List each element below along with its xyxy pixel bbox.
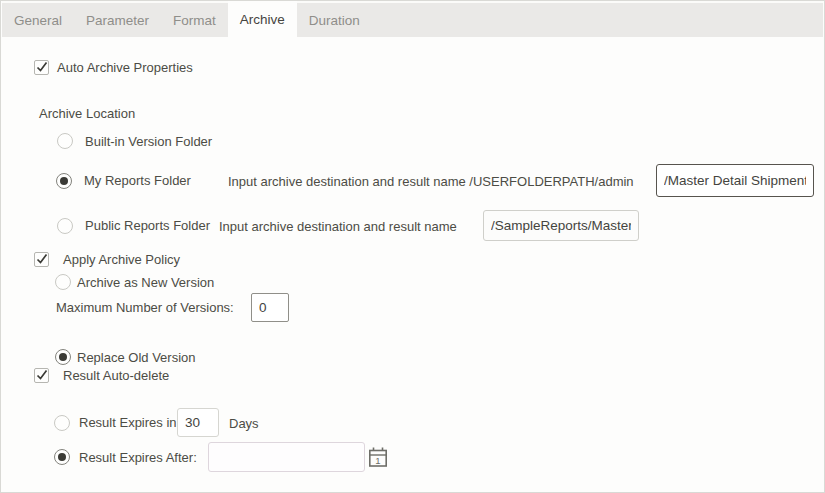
auto-archive-checkbox[interactable] [34,60,49,75]
tab-duration[interactable]: Duration [297,1,372,37]
result-auto-delete-checkbox[interactable] [34,368,49,383]
public-reports-label: Public Reports Folder [85,218,210,233]
max-versions-label: Maximum Number of Versions: [56,300,234,315]
result-expires-after-label: Result Expires After: [79,450,197,465]
check-icon [36,61,48,73]
tab-format[interactable]: Format [161,1,228,37]
schedule-dialog: General Parameter Format Archive Duratio… [0,0,825,493]
archive-new-version-label: Archive as New Version [77,275,214,290]
builtin-folder-label: Built-in Version Folder [85,134,212,149]
result-auto-delete-label: Result Auto-delete [63,368,169,383]
result-expires-in-radio[interactable] [54,415,70,431]
max-versions-input[interactable] [251,293,289,322]
days-suffix-label: Days [229,415,259,430]
public-reports-radio[interactable] [57,218,73,234]
builtin-folder-row: Built-in Version Folder [57,129,212,153]
auto-archive-row: Auto Archive Properties [34,55,193,79]
calendar-icon[interactable]: 1 [368,446,388,472]
max-versions-row: Maximum Number of Versions: [56,293,456,322]
check-icon [36,253,48,265]
result-expires-in-label: Result Expires in [79,415,177,430]
my-reports-row: My Reports Folder Input archive destinat… [56,164,816,197]
apply-policy-row: Apply Archive Policy [34,247,180,271]
builtin-folder-radio[interactable] [57,133,73,149]
public-reports-result-name-input[interactable] [483,210,639,241]
my-reports-radio[interactable] [56,173,72,189]
result-auto-delete-row: Result Auto-delete [34,363,169,387]
archive-new-version-row: Archive as New Version [55,270,214,294]
public-reports-destination-hint: Input archive destination and result nam… [219,218,457,233]
result-expires-after-row: Result Expires After: 1 [54,442,454,472]
result-expires-after-radio[interactable] [54,449,70,465]
my-reports-label: My Reports Folder [84,173,191,188]
apply-policy-label: Apply Archive Policy [63,252,180,267]
check-icon [36,369,48,381]
apply-policy-checkbox[interactable] [34,252,49,267]
svg-text:1: 1 [375,455,380,466]
public-reports-row: Public Reports Folder Input archive dest… [57,210,817,241]
archive-location-label: Archive Location [39,106,135,121]
tab-bar: General Parameter Format Archive Duratio… [2,1,823,37]
tab-parameter[interactable]: Parameter [74,1,161,37]
my-reports-destination-hint: Input archive destination and result nam… [228,173,634,188]
tab-general[interactable]: General [2,1,74,37]
archive-location-row: Archive Location [39,101,135,125]
auto-archive-label: Auto Archive Properties [57,60,193,75]
my-reports-result-name-input[interactable] [656,164,814,197]
archive-tab-panel: Auto Archive Properties Archive Location… [1,37,824,492]
expires-after-date-input[interactable] [208,442,365,472]
archive-new-version-radio[interactable] [55,274,71,290]
expires-days-input[interactable] [177,408,219,437]
result-expires-in-row: Result Expires in Days [54,408,454,437]
tab-archive[interactable]: Archive [228,1,297,37]
